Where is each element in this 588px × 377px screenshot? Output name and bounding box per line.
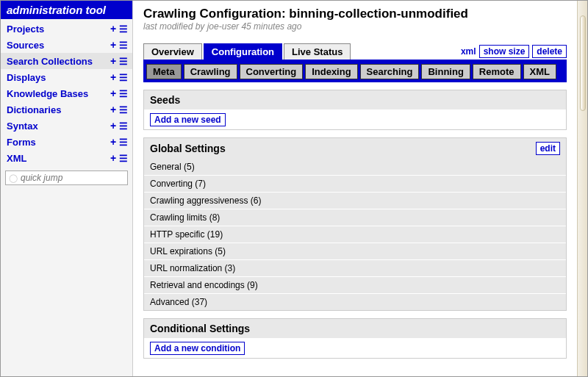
menu-icon[interactable]: ☰ [119, 105, 128, 115]
tab-overview[interactable]: Overview [143, 43, 202, 60]
sidebar-item-label: Knowledge Bases [7, 88, 109, 99]
seeds-header: Seeds [144, 90, 566, 109]
add-condition-button[interactable]: Add a new condition [150, 342, 245, 355]
quick-jump[interactable]: ◯ [5, 170, 128, 185]
tab-actions: xml show size delete [461, 45, 567, 60]
tab-row: OverviewConfigurationLive Status xml sho… [143, 43, 567, 61]
show-size-button[interactable]: show size [479, 45, 530, 58]
sidebar-item-projects[interactable]: Projects+☰ [1, 21, 132, 37]
seeds-section: Seeds Add a new seed [143, 90, 567, 130]
sidebar-item-knowledge-bases[interactable]: Knowledge Bases+☰ [1, 85, 132, 101]
conditional-settings-header: Conditional Settings [144, 319, 566, 338]
sidebar-item-label: Dictionaries [7, 104, 109, 115]
menu-icon[interactable]: ☰ [119, 121, 128, 131]
menu-icon[interactable]: ☰ [119, 89, 128, 98]
menu-icon[interactable]: ☰ [119, 137, 128, 147]
subtab-xml[interactable]: XML [523, 64, 556, 79]
setting-row[interactable]: URL expirations (5) [144, 243, 566, 259]
plus-icon[interactable]: + [109, 55, 118, 67]
quick-jump-input[interactable] [21, 173, 124, 183]
setting-row[interactable]: URL normalization (3) [144, 259, 566, 276]
setting-row[interactable]: Crawling aggressiveness (6) [144, 192, 566, 209]
sidebar-item-dictionaries[interactable]: Dictionaries+☰ [1, 101, 132, 118]
sidebar-item-label: Syntax [7, 121, 109, 132]
sidebar-item-label: XML [7, 153, 109, 164]
global-settings-section: Global Settings edit General (5)Converti… [143, 137, 567, 311]
edit-button[interactable]: edit [536, 142, 560, 155]
sidebar-item-label: Search Collections [7, 56, 109, 67]
sidebar-item-label: Forms [7, 137, 109, 148]
global-settings-header: Global Settings edit [144, 138, 566, 159]
setting-row[interactable]: Converting (7) [144, 175, 566, 192]
subtab-indexing[interactable]: Indexing [305, 64, 357, 79]
app-title: administration tool [1, 1, 132, 19]
scrollbar[interactable] [577, 1, 587, 376]
setting-row[interactable]: Advanced (37) [144, 293, 566, 310]
menu-icon[interactable]: ☰ [119, 24, 128, 34]
tab-configuration[interactable]: Configuration [204, 43, 282, 60]
sidebar-item-label: Sources [7, 40, 109, 51]
sidebar-item-label: Projects [7, 24, 109, 35]
plus-icon[interactable]: + [109, 120, 118, 132]
add-seed-button[interactable]: Add a new seed [150, 113, 226, 126]
global-settings-title: Global Settings [150, 143, 226, 154]
subtab-bar: MetaCrawlingConvertingIndexingSearchingB… [143, 61, 567, 82]
sidebar-item-search-collections[interactable]: Search Collections+☰ [1, 53, 132, 69]
page-title: Crawling Configuration: binning-collecti… [143, 7, 567, 21]
subtab-crawling[interactable]: Crawling [184, 64, 237, 79]
setting-row[interactable]: Retrieval and encodings (9) [144, 276, 566, 293]
plus-icon[interactable]: + [109, 87, 118, 99]
plus-icon[interactable]: + [109, 104, 118, 115]
xml-link[interactable]: xml [461, 46, 476, 57]
subtab-searching[interactable]: Searching [360, 64, 420, 79]
plus-icon[interactable]: + [109, 136, 118, 148]
subtab-binning[interactable]: Binning [421, 64, 470, 79]
conditional-settings-section: Conditional Settings Add a new condition [143, 318, 567, 359]
sidebar-item-syntax[interactable]: Syntax+☰ [1, 118, 132, 134]
setting-row[interactable]: Crawling limits (8) [144, 209, 566, 226]
setting-row[interactable]: General (5) [144, 159, 566, 175]
plus-icon[interactable]: + [109, 23, 118, 35]
plus-icon[interactable]: + [109, 71, 118, 83]
sidebar-item-sources[interactable]: Sources+☰ [1, 37, 132, 53]
menu-icon[interactable]: ☰ [119, 57, 128, 66]
plus-icon[interactable]: + [109, 152, 118, 164]
main-content: Crawling Configuration: binning-collecti… [133, 1, 577, 376]
last-modified: last modified by joe-user 45 minutes ago [143, 21, 567, 32]
sidebar-item-xml[interactable]: XML+☰ [1, 150, 132, 166]
search-icon: ◯ [9, 173, 18, 183]
subtab-converting[interactable]: Converting [240, 64, 304, 79]
plus-icon[interactable]: + [109, 39, 118, 51]
sidebar-item-label: Displays [7, 72, 109, 83]
setting-row[interactable]: HTTP specific (19) [144, 226, 566, 243]
seeds-title: Seeds [150, 94, 180, 106]
menu-icon[interactable]: ☰ [119, 73, 128, 82]
menu-icon[interactable]: ☰ [119, 154, 128, 163]
sidebar-item-displays[interactable]: Displays+☰ [1, 69, 132, 85]
tab-live-status[interactable]: Live Status [284, 43, 351, 60]
delete-button[interactable]: delete [532, 45, 567, 58]
subtab-remote[interactable]: Remote [473, 64, 521, 79]
subtab-meta[interactable]: Meta [146, 64, 182, 79]
scrollbar-thumb[interactable] [580, 15, 586, 111]
menu-icon[interactable]: ☰ [119, 40, 128, 50]
sidebar: administration tool Projects+☰Sources+☰S… [1, 1, 133, 376]
conditional-settings-title: Conditional Settings [150, 323, 250, 334]
sidebar-item-forms[interactable]: Forms+☰ [1, 134, 132, 150]
